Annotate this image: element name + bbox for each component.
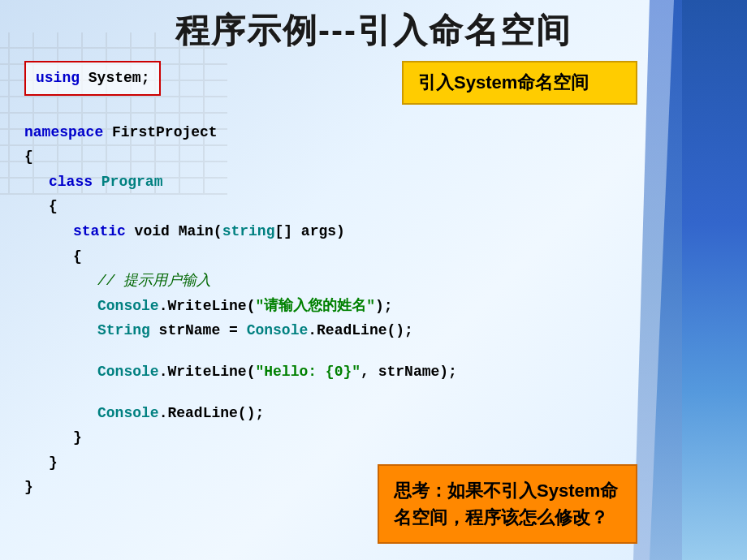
main-method-line: static void Main(string[] args) xyxy=(73,219,641,244)
var-decl: strName = xyxy=(150,322,247,338)
namespace-keyword: namespace xyxy=(24,124,103,140)
console-3: Console xyxy=(97,364,159,380)
string-var-line: String strName = Console.ReadLine(); xyxy=(97,318,641,343)
console-writeline-2: Console.WriteLine("Hello: {0}", strName)… xyxy=(97,360,641,385)
class-name: Program xyxy=(93,174,162,190)
callout-system-text: 引入System命名空间 xyxy=(418,72,589,93)
main-args: [] args) xyxy=(274,223,344,239)
static-keyword: static xyxy=(73,223,126,239)
readline-2: .ReadLine(); xyxy=(159,405,265,421)
string-keyword: string xyxy=(222,223,275,239)
writeline-2: .WriteLine( xyxy=(159,364,256,380)
brace-close-3: } xyxy=(24,479,33,495)
console-writeline-1: Console.WriteLine("请输入您的姓名"); xyxy=(97,294,641,319)
brace-open-1: { xyxy=(24,149,33,165)
callout-system: 引入System命名空间 xyxy=(402,61,637,105)
str-1: "请输入您的姓名" xyxy=(255,298,375,314)
callout-think: 思考：如果不引入System命名空间，程序该怎么修改？ xyxy=(378,464,637,544)
writeline-1: .WriteLine( xyxy=(159,298,256,314)
class-line: class Program xyxy=(49,170,641,195)
callout-think-text: 思考：如果不引入System命名空间，程序该怎么修改？ xyxy=(394,480,618,528)
namespace-line: namespace FirstProject xyxy=(24,120,641,145)
str-2: "Hello: {0}" xyxy=(255,364,361,380)
string-type: String xyxy=(97,322,150,338)
system-text: System; xyxy=(80,70,149,86)
namespace-name: FirstProject xyxy=(103,124,217,140)
using-keyword: using xyxy=(36,70,80,86)
title-area: 程序示例---引入命名空间 xyxy=(0,0,747,61)
main-method: Main( xyxy=(170,223,222,239)
open-brace-namespace: { xyxy=(24,144,641,170)
brace-close-2: } xyxy=(49,454,58,471)
console-4: Console xyxy=(97,405,159,421)
brace-close-1: } xyxy=(73,429,82,446)
comment-line: // 提示用户输入 xyxy=(97,269,641,294)
console-1: Console xyxy=(97,298,159,314)
comment-text: // 提示用户输入 xyxy=(97,273,211,289)
open-brace-main: { xyxy=(73,244,641,269)
close-brace-main: } xyxy=(73,425,641,450)
end-1: ); xyxy=(375,298,393,314)
rest-2: , strName); xyxy=(361,364,457,380)
using-line: using System; xyxy=(24,61,161,96)
void-keyword: void xyxy=(126,223,170,239)
open-brace-class: { xyxy=(49,194,641,219)
brace-open-3: { xyxy=(73,248,82,265)
readline-1: .ReadLine(); xyxy=(308,322,413,338)
class-keyword: class xyxy=(49,174,93,190)
brace-open-2: { xyxy=(49,198,58,214)
page-title: 程序示例---引入命名空间 xyxy=(175,8,572,54)
console-readline-2: Console.ReadLine(); xyxy=(97,401,641,426)
console-2: Console xyxy=(247,322,309,338)
